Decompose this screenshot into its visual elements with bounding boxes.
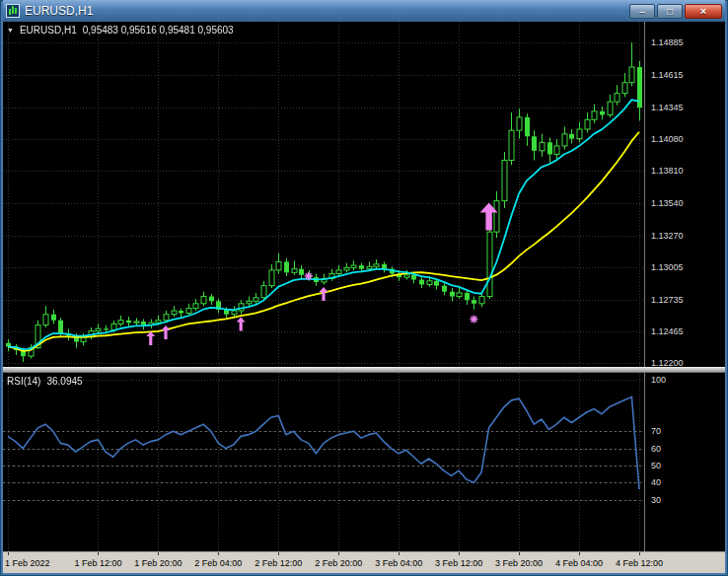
maximize-icon: □ [667,6,673,17]
rsi-tick-label: 40 [651,477,661,487]
main-chart-area[interactable]: ▼ EURUSD,H1 0,95483 0,95616 0,95481 0,95… [3,22,644,367]
price-tick-label: 1.14885 [651,37,684,47]
price-scale[interactable]: 1.148851.146151.143451.140801.138101.135… [644,22,725,367]
time-tick-mark [218,552,219,555]
time-tick-mark [8,552,9,555]
time-label: 4 Feb 04:00 [555,558,603,568]
time-label: 3 Feb 12:00 [435,558,482,568]
time-label: 1 Feb 2022 [5,558,50,568]
titlebar[interactable]: EURUSD,H1 – □ × [3,0,725,22]
time-tick-mark [98,552,99,555]
rsi-canvas[interactable] [3,373,644,551]
time-tick-mark [278,552,279,555]
one-click-trading-arrow[interactable]: ▼ [7,27,14,34]
price-tick-label: 1.14080 [651,134,684,144]
time-tick-mark [519,552,520,555]
close-icon: × [700,5,706,17]
time-tick-mark [399,552,400,555]
time-label: 2 Feb 12:00 [255,558,302,568]
time-tick-mark [579,552,580,555]
time-label: 2 Feb 04:00 [194,558,242,568]
price-tick-label: 1.14615 [651,70,684,80]
minimize-button[interactable]: – [629,4,655,19]
rsi-tick-label: 50 [651,461,661,470]
chart-icon [6,4,20,18]
rsi-scale[interactable]: 1007060504030 [644,373,725,551]
time-tick-mark [459,552,460,555]
price-tick-label: 1.12735 [651,295,684,305]
rsi-tick-label: 100 [651,375,666,385]
close-button[interactable]: × [685,4,722,19]
rsi-tick-label: 70 [651,426,661,436]
price-tick-label: 1.13270 [651,231,684,241]
maximize-button[interactable]: □ [657,4,683,19]
price-tick-label: 1.13005 [651,262,684,272]
chart-window: EURUSD,H1 – □ × ▼ EURUSD,H1 0,95483 0,95… [0,0,728,576]
chart-content: ▼ EURUSD,H1 0,95483 0,95616 0,95481 0,95… [3,22,725,573]
time-tick-mark [158,552,159,555]
time-tick-mark [338,552,339,555]
price-tick-label: 1.14345 [651,103,684,112]
price-chart-canvas[interactable] [3,22,644,367]
time-label: 1 Feb 12:00 [74,558,121,568]
price-tick-label: 1.13540 [651,198,684,208]
price-tick-label: 1.12200 [651,358,684,368]
window-controls: – □ × [629,4,722,19]
price-tick-label: 1.12465 [651,326,684,336]
time-axis[interactable]: 1 Feb 20221 Feb 12:001 Feb 20:002 Feb 04… [3,551,725,573]
rsi-panel[interactable]: RSI(14) 36.0945 [3,373,644,551]
time-tick-mark [639,552,640,555]
rsi-tick-label: 60 [651,444,661,454]
window-title: EURUSD,H1 [25,4,624,18]
time-label: 1 Feb 20:00 [134,558,182,568]
time-label: 2 Feb 20:00 [315,558,362,568]
price-tick-label: 1.13810 [651,166,684,176]
rsi-tick-label: 30 [651,495,661,505]
time-label: 3 Feb 04:00 [375,558,422,568]
minimize-icon: – [639,6,645,17]
time-label: 3 Feb 20:00 [495,558,543,568]
time-label: 4 Feb 12:00 [616,558,663,568]
